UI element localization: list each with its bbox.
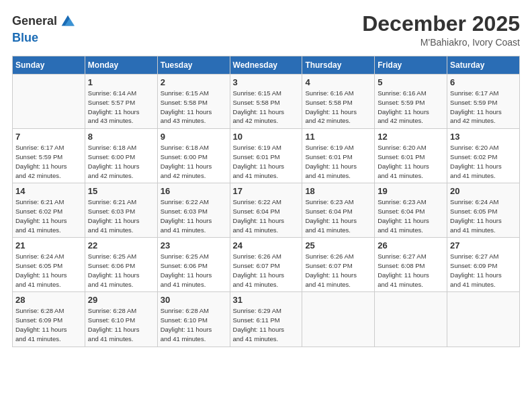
- logo-general-text: General: [12, 14, 57, 29]
- calendar-cell: 7Sunrise: 6:17 AMSunset: 5:59 PMDaylight…: [13, 129, 85, 183]
- calendar-cell: 22Sunrise: 6:25 AMSunset: 6:06 PMDayligh…: [85, 238, 157, 292]
- calendar-week-4: 21Sunrise: 6:24 AMSunset: 6:05 PMDayligh…: [13, 238, 520, 292]
- day-info: Sunrise: 6:26 AMSunset: 6:07 PMDaylight:…: [305, 252, 371, 289]
- day-number: 28: [15, 295, 82, 305]
- day-number: 23: [161, 240, 227, 250]
- calendar-cell: 11Sunrise: 6:19 AMSunset: 6:01 PMDayligh…: [302, 129, 375, 183]
- calendar-cell: 19Sunrise: 6:23 AMSunset: 6:04 PMDayligh…: [375, 183, 447, 238]
- day-number: 10: [233, 132, 300, 142]
- calendar-cell: 31Sunrise: 6:29 AMSunset: 6:11 PMDayligh…: [230, 292, 302, 347]
- logo: General Blue: [12, 12, 77, 46]
- day-number: 25: [305, 240, 371, 250]
- day-info: Sunrise: 6:23 AMSunset: 6:04 PMDaylight:…: [305, 197, 371, 234]
- day-info: Sunrise: 6:21 AMSunset: 6:02 PMDaylight:…: [15, 197, 82, 234]
- day-number: 30: [161, 295, 227, 305]
- calendar-cell: 27Sunrise: 6:27 AMSunset: 6:09 PMDayligh…: [447, 238, 520, 292]
- day-info: Sunrise: 6:26 AMSunset: 6:07 PMDaylight:…: [233, 252, 300, 289]
- day-number: 16: [161, 186, 227, 196]
- day-number: 1: [88, 77, 154, 87]
- logo-blue-text: Blue: [12, 31, 38, 44]
- calendar-week-5: 28Sunrise: 6:28 AMSunset: 6:09 PMDayligh…: [13, 292, 520, 347]
- day-info: Sunrise: 6:20 AMSunset: 6:01 PMDaylight:…: [378, 143, 444, 180]
- calendar-cell: 28Sunrise: 6:28 AMSunset: 6:09 PMDayligh…: [13, 292, 85, 347]
- calendar-cell: 3Sunrise: 6:15 AMSunset: 5:58 PMDaylight…: [230, 75, 302, 129]
- calendar-cell: 14Sunrise: 6:21 AMSunset: 6:02 PMDayligh…: [13, 183, 85, 238]
- col-tuesday: Tuesday: [157, 56, 230, 75]
- day-number: 27: [450, 240, 517, 250]
- month-title: December 2025: [362, 12, 520, 36]
- day-number: 18: [305, 186, 371, 196]
- calendar-cell: 21Sunrise: 6:24 AMSunset: 6:05 PMDayligh…: [13, 238, 85, 292]
- day-number: 4: [305, 77, 371, 87]
- day-info: Sunrise: 6:14 AMSunset: 5:57 PMDaylight:…: [88, 89, 154, 126]
- day-info: Sunrise: 6:22 AMSunset: 6:04 PMDaylight:…: [233, 197, 300, 234]
- day-number: 12: [378, 132, 444, 142]
- calendar-week-1: 1Sunrise: 6:14 AMSunset: 5:57 PMDaylight…: [13, 75, 520, 129]
- day-number: 6: [450, 77, 517, 87]
- page-container: General Blue December 2025 M'Bahiakro, I…: [0, 0, 532, 354]
- day-info: Sunrise: 6:15 AMSunset: 5:58 PMDaylight:…: [233, 89, 300, 126]
- day-info: Sunrise: 6:23 AMSunset: 6:04 PMDaylight:…: [378, 197, 444, 234]
- calendar-cell: [447, 292, 520, 347]
- day-info: Sunrise: 6:20 AMSunset: 6:02 PMDaylight:…: [450, 143, 517, 180]
- header: General Blue December 2025 M'Bahiakro, I…: [12, 12, 520, 48]
- col-wednesday: Wednesday: [230, 56, 302, 75]
- calendar-cell: 30Sunrise: 6:28 AMSunset: 6:10 PMDayligh…: [157, 292, 230, 347]
- calendar-cell: 12Sunrise: 6:20 AMSunset: 6:01 PMDayligh…: [375, 129, 447, 183]
- calendar-week-2: 7Sunrise: 6:17 AMSunset: 5:59 PMDaylight…: [13, 129, 520, 183]
- calendar-cell: [13, 75, 85, 129]
- day-info: Sunrise: 6:24 AMSunset: 6:05 PMDaylight:…: [15, 252, 82, 289]
- day-info: Sunrise: 6:17 AMSunset: 5:59 PMDaylight:…: [15, 143, 82, 180]
- col-saturday: Saturday: [447, 56, 520, 75]
- day-number: 26: [378, 240, 444, 250]
- day-number: 29: [88, 295, 154, 305]
- day-info: Sunrise: 6:19 AMSunset: 6:01 PMDaylight:…: [305, 143, 371, 180]
- day-number: 17: [233, 186, 300, 196]
- day-number: 5: [378, 77, 444, 87]
- day-info: Sunrise: 6:16 AMSunset: 5:58 PMDaylight:…: [305, 89, 371, 126]
- logo-icon: [58, 12, 77, 31]
- day-number: 21: [15, 240, 82, 250]
- day-number: 8: [88, 132, 154, 142]
- day-number: 20: [450, 186, 517, 196]
- calendar-cell: 25Sunrise: 6:26 AMSunset: 6:07 PMDayligh…: [302, 238, 375, 292]
- day-number: 15: [88, 186, 154, 196]
- day-number: 22: [88, 240, 154, 250]
- day-info: Sunrise: 6:28 AMSunset: 6:10 PMDaylight:…: [88, 306, 154, 343]
- calendar-cell: 2Sunrise: 6:15 AMSunset: 5:58 PMDaylight…: [157, 75, 230, 129]
- day-info: Sunrise: 6:18 AMSunset: 6:00 PMDaylight:…: [161, 143, 227, 180]
- calendar-cell: 17Sunrise: 6:22 AMSunset: 6:04 PMDayligh…: [230, 183, 302, 238]
- calendar-cell: 1Sunrise: 6:14 AMSunset: 5:57 PMDaylight…: [85, 75, 157, 129]
- calendar-cell: 6Sunrise: 6:17 AMSunset: 5:59 PMDaylight…: [447, 75, 520, 129]
- day-number: 13: [450, 132, 517, 142]
- title-block: December 2025 M'Bahiakro, Ivory Coast: [362, 12, 520, 48]
- day-number: 14: [15, 186, 82, 196]
- day-info: Sunrise: 6:25 AMSunset: 6:06 PMDaylight:…: [88, 252, 154, 289]
- calendar-cell: 23Sunrise: 6:25 AMSunset: 6:06 PMDayligh…: [157, 238, 230, 292]
- day-number: 9: [161, 132, 227, 142]
- calendar-cell: 29Sunrise: 6:28 AMSunset: 6:10 PMDayligh…: [85, 292, 157, 347]
- calendar-cell: [302, 292, 375, 347]
- col-thursday: Thursday: [302, 56, 375, 75]
- day-number: 3: [233, 77, 300, 87]
- calendar-cell: 20Sunrise: 6:24 AMSunset: 6:05 PMDayligh…: [447, 183, 520, 238]
- day-info: Sunrise: 6:22 AMSunset: 6:03 PMDaylight:…: [161, 197, 227, 234]
- day-info: Sunrise: 6:24 AMSunset: 6:05 PMDaylight:…: [450, 197, 517, 234]
- day-info: Sunrise: 6:28 AMSunset: 6:09 PMDaylight:…: [15, 306, 82, 343]
- day-number: 2: [161, 77, 227, 87]
- day-info: Sunrise: 6:19 AMSunset: 6:01 PMDaylight:…: [233, 143, 300, 180]
- day-info: Sunrise: 6:29 AMSunset: 6:11 PMDaylight:…: [233, 306, 300, 343]
- calendar-cell: 15Sunrise: 6:21 AMSunset: 6:03 PMDayligh…: [85, 183, 157, 238]
- col-sunday: Sunday: [13, 56, 85, 75]
- day-info: Sunrise: 6:21 AMSunset: 6:03 PMDaylight:…: [88, 197, 154, 234]
- header-row: Sunday Monday Tuesday Wednesday Thursday…: [13, 56, 520, 75]
- day-info: Sunrise: 6:28 AMSunset: 6:10 PMDaylight:…: [161, 306, 227, 343]
- day-info: Sunrise: 6:17 AMSunset: 5:59 PMDaylight:…: [450, 89, 517, 126]
- day-info: Sunrise: 6:27 AMSunset: 6:08 PMDaylight:…: [378, 252, 444, 289]
- calendar-cell: 4Sunrise: 6:16 AMSunset: 5:58 PMDaylight…: [302, 75, 375, 129]
- calendar-week-3: 14Sunrise: 6:21 AMSunset: 6:02 PMDayligh…: [13, 183, 520, 238]
- calendar-cell: 5Sunrise: 6:16 AMSunset: 5:59 PMDaylight…: [375, 75, 447, 129]
- calendar-cell: 13Sunrise: 6:20 AMSunset: 6:02 PMDayligh…: [447, 129, 520, 183]
- calendar-cell: 26Sunrise: 6:27 AMSunset: 6:08 PMDayligh…: [375, 238, 447, 292]
- calendar-table: Sunday Monday Tuesday Wednesday Thursday…: [12, 56, 520, 347]
